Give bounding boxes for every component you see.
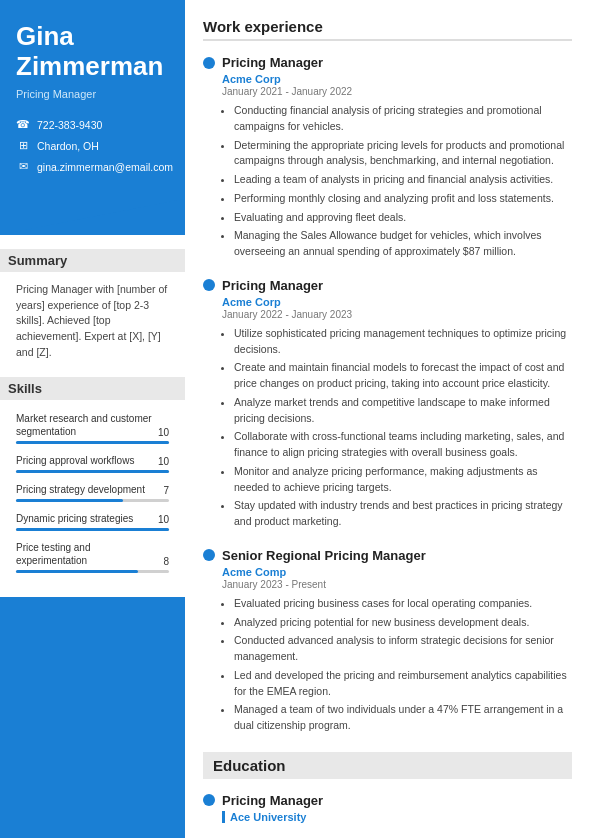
entry-title-row: Senior Regional Pricing Manager xyxy=(203,548,572,563)
entry-dates: January 2023 - Present xyxy=(222,579,572,590)
skill-name: Price testing and experimentation xyxy=(16,541,157,567)
bullet-item: Leading a team of analysts in pricing an… xyxy=(234,172,572,188)
bullet-item: Monitor and analyze pricing performance,… xyxy=(234,464,572,496)
skill-score: 8 xyxy=(163,556,169,567)
skill-bar-bg xyxy=(16,499,169,502)
bullet-item: Analyze market trends and competitive la… xyxy=(234,395,572,427)
main-content: Work experience Pricing Manager Acme Cor… xyxy=(185,0,594,838)
education-header: Education xyxy=(203,752,572,779)
bullet-item: Conducting financial analysis of pricing… xyxy=(234,103,572,135)
skill-item: Pricing approval workflows 10 xyxy=(16,454,169,473)
work-entry: Pricing Manager Acme Corp January 2022 -… xyxy=(203,278,572,530)
entry-dates: January 2022 - January 2023 xyxy=(222,309,572,320)
resume: Gina Zimmerman Pricing Manager ☎ 722-383… xyxy=(0,0,594,838)
skills-list: Market research and customer segmentatio… xyxy=(16,412,169,573)
entry-bullets: Conducting financial analysis of pricing… xyxy=(222,103,572,260)
entry-dates: January 2021 - January 2022 xyxy=(222,86,572,97)
location-icon: ⊞ xyxy=(16,139,30,153)
bullet-item: Collaborate with cross-functional teams … xyxy=(234,429,572,461)
sidebar-bottom: Summary Pricing Manager with [number of … xyxy=(0,235,185,597)
work-experience-header: Work experience xyxy=(203,18,572,41)
skill-name: Pricing strategy development xyxy=(16,483,157,496)
sidebar: Gina Zimmerman Pricing Manager ☎ 722-383… xyxy=(0,0,185,838)
skill-bar-fill xyxy=(16,499,123,502)
email-text: gina.zimmerman@email.com xyxy=(37,161,173,173)
entry-bullets: Evaluated pricing business cases for loc… xyxy=(222,596,572,734)
bullet-item: Managing the Sales Allowance budget for … xyxy=(234,228,572,260)
candidate-name: Gina Zimmerman xyxy=(16,22,169,82)
bullet-item: Analyzed pricing potential for new busin… xyxy=(234,615,572,631)
bullet-dot xyxy=(203,279,215,291)
entry-company: Acme Comp xyxy=(222,566,572,578)
location-text: Chardon, OH xyxy=(37,140,99,152)
phone-icon: ☎ xyxy=(16,118,30,132)
bullet-item: Stay updated with industry trends and be… xyxy=(234,498,572,530)
skill-bar-bg xyxy=(16,470,169,473)
entry-title-row: Pricing Manager xyxy=(203,55,572,70)
edu-title: Pricing Manager xyxy=(222,793,323,808)
edu-company: Ace University xyxy=(222,811,572,823)
edu-bullet-dot xyxy=(203,794,215,806)
skill-name: Pricing approval workflows xyxy=(16,454,152,467)
bullet-item: Performing monthly closing and analyzing… xyxy=(234,191,572,207)
bullet-item: Evaluated pricing business cases for loc… xyxy=(234,596,572,612)
bullet-item: Utilize sophisticated pricing management… xyxy=(234,326,572,358)
skill-bar-fill xyxy=(16,528,169,531)
skill-bar-fill xyxy=(16,470,169,473)
skill-score: 10 xyxy=(158,456,169,467)
bullet-dot xyxy=(203,549,215,561)
bullet-item: Led and developed the pricing and reimbu… xyxy=(234,668,572,700)
bullet-item: Create and maintain financial models to … xyxy=(234,360,572,392)
skill-bar-bg xyxy=(16,528,169,531)
entry-title: Senior Regional Pricing Manager xyxy=(222,548,426,563)
skill-score: 10 xyxy=(158,427,169,438)
entry-title: Pricing Manager xyxy=(222,278,323,293)
bullet-item: Managed a team of two individuals under … xyxy=(234,702,572,734)
edu-entry: Pricing Manager Ace University xyxy=(203,793,572,823)
summary-section-title: Summary xyxy=(0,249,185,272)
bullet-item: Conducted advanced analysis to inform st… xyxy=(234,633,572,665)
skill-item: Dynamic pricing strategies 10 xyxy=(16,512,169,531)
bullet-item: Evaluating and approving fleet deals. xyxy=(234,210,572,226)
skill-name: Market research and customer segmentatio… xyxy=(16,412,152,438)
education-section: Education Pricing Manager Ace University xyxy=(203,752,572,823)
contact-phone: ☎ 722-383-9430 xyxy=(16,118,169,132)
edu-entries: Pricing Manager Ace University xyxy=(203,793,572,823)
skill-bar-fill xyxy=(16,441,169,444)
skill-score: 7 xyxy=(163,485,169,496)
skill-bar-fill xyxy=(16,570,138,573)
entry-company: Acme Corp xyxy=(222,296,572,308)
summary-text: Pricing Manager with [number of years] e… xyxy=(16,282,169,361)
edu-title-row: Pricing Manager xyxy=(203,793,572,808)
sidebar-job-title: Pricing Manager xyxy=(16,88,169,100)
entry-title: Pricing Manager xyxy=(222,55,323,70)
email-icon: ✉ xyxy=(16,160,30,174)
contact-email: ✉ gina.zimmerman@email.com xyxy=(16,160,169,174)
work-entry: Pricing Manager Acme Corp January 2021 -… xyxy=(203,55,572,260)
work-entry: Senior Regional Pricing Manager Acme Com… xyxy=(203,548,572,734)
bullet-item: Determining the appropriate pricing leve… xyxy=(234,138,572,170)
sidebar-top: Gina Zimmerman Pricing Manager ☎ 722-383… xyxy=(0,0,185,199)
skill-name: Dynamic pricing strategies xyxy=(16,512,152,525)
bullet-dot xyxy=(203,57,215,69)
contact-location: ⊞ Chardon, OH xyxy=(16,139,169,153)
entry-title-row: Pricing Manager xyxy=(203,278,572,293)
skill-item: Price testing and experimentation 8 xyxy=(16,541,169,573)
sidebar-triangle-decoration xyxy=(0,199,185,235)
phone-text: 722-383-9430 xyxy=(37,119,102,131)
skill-item: Market research and customer segmentatio… xyxy=(16,412,169,444)
skill-bar-bg xyxy=(16,441,169,444)
skill-score: 10 xyxy=(158,514,169,525)
entry-bullets: Utilize sophisticated pricing management… xyxy=(222,326,572,530)
skill-bar-bg xyxy=(16,570,169,573)
contact-list: ☎ 722-383-9430 ⊞ Chardon, OH ✉ gina.zimm… xyxy=(16,118,169,174)
skill-item: Pricing strategy development 7 xyxy=(16,483,169,502)
skills-section-title: Skills xyxy=(0,377,185,400)
work-entries: Pricing Manager Acme Corp January 2021 -… xyxy=(203,55,572,734)
entry-company: Acme Corp xyxy=(222,73,572,85)
